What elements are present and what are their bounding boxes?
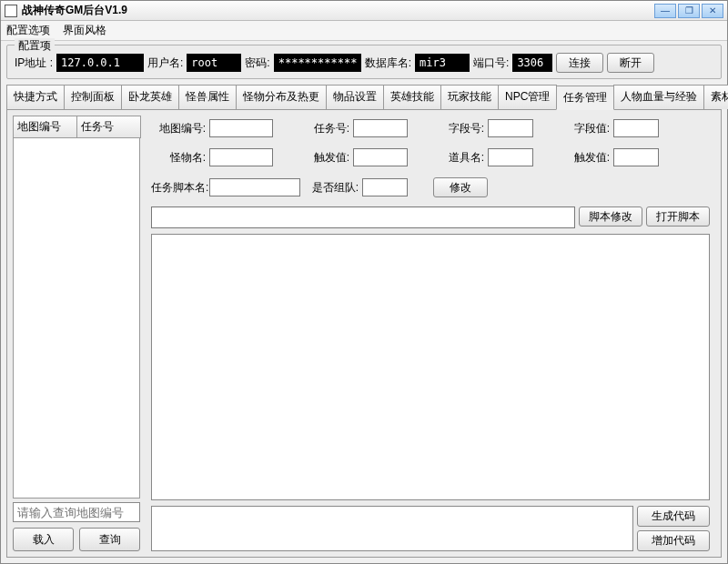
label-trigger: 触发值: — [277, 150, 349, 166]
label-trigger2: 触发值: — [537, 150, 610, 166]
menu-config[interactable]: 配置选项 — [6, 23, 50, 38]
input-trigger2[interactable] — [613, 148, 659, 166]
label-map-id: 地图编号: — [151, 121, 206, 136]
config-legend: 配置项 — [15, 38, 55, 54]
tab-asset[interactable]: 素材热更 — [703, 85, 728, 109]
menu-style[interactable]: 界面风格 — [63, 23, 106, 38]
config-group: 配置项 IP地址 : 用户名: 密码: 数据库名: 端口号: 连接 断开 — [6, 45, 722, 79]
tab-shortcut[interactable]: 快捷方式 — [6, 85, 65, 109]
menubar: 配置选项 界面风格 — [1, 21, 727, 41]
label-script-name: 任务脚本名: — [151, 180, 206, 196]
input-map-id[interactable] — [209, 119, 273, 137]
script-edit-button[interactable]: 脚本修改 — [579, 206, 642, 227]
input-field-val[interactable] — [613, 119, 659, 137]
label-monster: 怪物名: — [151, 150, 206, 166]
gen-buttons: 生成代码 增加代码 — [637, 506, 710, 551]
tab-npc[interactable]: NPC管理 — [498, 85, 557, 109]
window-title: 战神传奇GM后台V1.9 — [22, 3, 654, 18]
pass-label: 密码: — [245, 55, 269, 71]
bottom-row: 生成代码 增加代码 — [151, 506, 710, 551]
grid-body[interactable] — [13, 138, 140, 499]
tab-monster-dist[interactable]: 怪物分布及热更 — [236, 85, 327, 109]
input-task-id[interactable] — [353, 119, 408, 137]
tab-hero-skill[interactable]: 英雄技能 — [383, 85, 441, 109]
db-label: 数据库名: — [365, 55, 411, 71]
maximize-button[interactable]: ❐ — [678, 4, 700, 18]
user-input[interactable] — [187, 54, 241, 72]
label-task-id: 任务号: — [277, 121, 349, 136]
label-is-team: 是否组队: — [304, 180, 359, 196]
port-input[interactable] — [512, 54, 552, 72]
tab-content: 地图编号 任务号 载入 查询 地图编号: 任务号: 字段号: 字段值: — [6, 110, 722, 558]
input-trigger[interactable] — [353, 148, 408, 166]
script-editor[interactable] — [151, 234, 710, 500]
input-script-name[interactable] — [209, 178, 300, 196]
ip-input[interactable] — [56, 54, 144, 72]
tab-control[interactable]: 控制面板 — [64, 85, 122, 109]
script-open-button[interactable]: 打开脚本 — [646, 206, 710, 227]
grid-header: 地图编号 任务号 — [13, 116, 140, 138]
input-is-team[interactable] — [362, 178, 408, 196]
pass-input[interactable] — [274, 54, 361, 72]
input-item[interactable] — [488, 148, 533, 166]
col-map-id[interactable]: 地图编号 — [13, 116, 77, 138]
user-label: 用户名: — [147, 55, 183, 71]
tab-player-skill[interactable]: 玩家技能 — [440, 85, 499, 109]
port-label: 端口号: — [473, 55, 509, 71]
tab-hero[interactable]: 卧龙英雄 — [121, 85, 179, 109]
code-output[interactable] — [151, 506, 633, 551]
disconnect-button[interactable]: 断开 — [607, 53, 654, 73]
label-item: 道具名: — [411, 150, 484, 166]
gen-code-button[interactable]: 生成代码 — [637, 506, 710, 527]
map-search-input[interactable] — [13, 502, 140, 522]
app-window: 战神传奇GM后台V1.9 — ❐ ✕ 配置选项 界面风格 配置项 IP地址 : … — [0, 0, 728, 564]
titlebar: 战神传奇GM后台V1.9 — ❐ ✕ — [1, 1, 727, 21]
form-rows: 地图编号: 任务号: 字段号: 字段值: 怪物名: 触发值: 道具名: — [146, 116, 715, 205]
tab-monster-attr[interactable]: 怪兽属性 — [178, 85, 237, 109]
modify-button[interactable]: 修改 — [433, 177, 488, 197]
load-button[interactable]: 载入 — [13, 528, 74, 551]
input-field-id[interactable] — [488, 119, 533, 137]
minimize-button[interactable]: — — [654, 4, 676, 18]
tab-hp-exp[interactable]: 人物血量与经验 — [613, 85, 704, 109]
col-task-id[interactable]: 任务号 — [76, 116, 141, 138]
script-row: 脚本修改 打开脚本 — [151, 206, 710, 228]
app-icon — [5, 5, 17, 17]
close-button[interactable]: ✕ — [702, 4, 723, 18]
tabstrip: 快捷方式 控制面板 卧龙英雄 怪兽属性 怪物分布及热更 物品设置 英雄技能 玩家… — [6, 85, 722, 110]
db-input[interactable] — [415, 54, 470, 72]
label-field-val: 字段值: — [537, 121, 610, 136]
left-buttons: 载入 查询 — [13, 528, 140, 551]
right-column: 地图编号: 任务号: 字段号: 字段值: 怪物名: 触发值: 道具名: — [146, 116, 715, 551]
tab-item[interactable]: 物品设置 — [326, 85, 384, 109]
tab-task[interactable]: 任务管理 — [556, 86, 614, 110]
left-column: 地图编号 任务号 载入 查询 — [13, 116, 140, 551]
ip-label: IP地址 : — [15, 55, 53, 71]
add-code-button[interactable]: 增加代码 — [637, 530, 710, 551]
connect-button[interactable]: 连接 — [556, 53, 603, 73]
window-controls: — ❐ ✕ — [654, 4, 723, 18]
script-path-input[interactable] — [151, 206, 575, 228]
query-button[interactable]: 查询 — [79, 528, 140, 551]
input-monster[interactable] — [209, 148, 273, 166]
label-field-id: 字段号: — [411, 121, 484, 136]
